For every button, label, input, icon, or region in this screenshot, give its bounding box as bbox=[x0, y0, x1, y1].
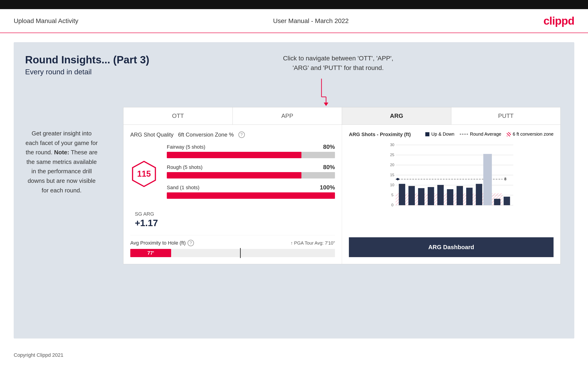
legend-square-icon bbox=[425, 132, 429, 136]
copyright: Copyright Clippd 2021 bbox=[14, 352, 63, 358]
svg-rect-26 bbox=[418, 188, 424, 205]
bar-fill-fairway bbox=[167, 152, 302, 158]
tab-app[interactable]: APP bbox=[233, 107, 342, 125]
bar-row-fairway: Fairway (5 shots) 80% bbox=[167, 143, 335, 158]
svg-text:30: 30 bbox=[390, 143, 394, 147]
svg-marker-3 bbox=[324, 103, 328, 106]
proximity-chart: 0 5 10 15 20 25 30 bbox=[349, 141, 553, 209]
help-icon[interactable]: ? bbox=[238, 132, 245, 138]
hexagon-section: 115 Fairway (5 shots) 80% bbox=[130, 143, 335, 204]
svg-rect-30 bbox=[457, 186, 463, 205]
tab-ott[interactable]: OTT bbox=[123, 107, 233, 125]
logo: clippd bbox=[544, 15, 574, 27]
svg-rect-24 bbox=[408, 186, 415, 205]
tab-putt[interactable]: PUTT bbox=[451, 107, 560, 125]
card-body: ARG Shot Quality 6ft Conversion Zone % ?… bbox=[123, 125, 560, 264]
svg-text:25: 25 bbox=[390, 153, 394, 157]
bar-row-rough: Rough (5 shots) 80% bbox=[167, 164, 335, 178]
upload-label: Upload Manual Activity bbox=[14, 17, 78, 25]
main-card: OTT APP ARG PUTT ARG Shot Quality 6ft Co… bbox=[123, 107, 561, 264]
tab-arg[interactable]: ARG bbox=[342, 107, 451, 125]
bar-track-sand bbox=[167, 192, 335, 199]
legend-6ft-zone: 6 ft conversion zone bbox=[507, 132, 553, 137]
legend-hatched-icon bbox=[507, 132, 511, 136]
svg-text:0: 0 bbox=[391, 203, 393, 207]
top-bar bbox=[0, 0, 588, 9]
svg-rect-32 bbox=[476, 184, 482, 205]
bar-fill-sand bbox=[167, 192, 335, 199]
bar-pct-fairway: 80% bbox=[323, 143, 335, 150]
legend-up-down: Up & Down bbox=[425, 132, 454, 137]
svg-rect-31 bbox=[466, 188, 473, 205]
svg-rect-29 bbox=[447, 189, 453, 205]
proximity-help-icon[interactable]: ? bbox=[188, 240, 194, 246]
hexagon-value: 115 bbox=[137, 169, 151, 179]
main-content: Round Insights... (Part 3) Every round i… bbox=[14, 42, 574, 339]
shot-quality-bars: Fairway (5 shots) 80% Rough (5 shots) 80… bbox=[167, 143, 335, 204]
svg-text:8: 8 bbox=[504, 177, 506, 181]
bar-pct-sand: 100% bbox=[320, 184, 335, 191]
proximity-bar-fill: 77' bbox=[130, 249, 171, 257]
legend-round-avg: Round Average bbox=[460, 132, 501, 137]
svg-text:10: 10 bbox=[390, 183, 394, 187]
proximity-header: Avg Proximity to Hole (ft) ? ↑ PGA Tour … bbox=[130, 240, 335, 246]
chart-area: 0 5 10 15 20 25 30 bbox=[349, 141, 553, 233]
svg-rect-33 bbox=[494, 199, 500, 205]
svg-text:15: 15 bbox=[390, 173, 394, 177]
svg-rect-23 bbox=[399, 184, 405, 205]
chart-legend: Up & Down Round Average 6 ft conversion … bbox=[425, 132, 553, 137]
svg-rect-28 bbox=[437, 185, 444, 205]
hexagon-badge: 115 bbox=[130, 160, 158, 188]
bar-track-rough bbox=[167, 172, 335, 178]
tab-bar: OTT APP ARG PUTT bbox=[123, 107, 560, 125]
chart-title: ARG Shots - Proximity (ft) bbox=[349, 132, 411, 137]
nav-instruction: Click to navigate between 'OTT', 'APP','… bbox=[283, 54, 393, 73]
svg-marker-35 bbox=[396, 178, 400, 180]
sg-label: SG ARG bbox=[135, 211, 335, 217]
proximity-cursor bbox=[240, 248, 241, 258]
sg-section: SG ARG +1.17 bbox=[135, 211, 335, 228]
bar-pct-rough: 80% bbox=[323, 164, 335, 171]
svg-rect-27 bbox=[428, 187, 434, 205]
legend-dashed-icon bbox=[460, 134, 468, 134]
pga-avg-label: ↑ PGA Tour Avg: 7'10" bbox=[290, 241, 335, 246]
bar-track-fairway bbox=[167, 152, 335, 158]
quality-header: ARG Shot Quality 6ft Conversion Zone % ? bbox=[130, 132, 335, 138]
footer: Copyright Clippd 2021 bbox=[0, 348, 588, 363]
right-panel: ARG Shots - Proximity (ft) Up & Down Rou… bbox=[342, 125, 560, 264]
left-panel: ARG Shot Quality 6ft Conversion Zone % ?… bbox=[123, 125, 342, 264]
proximity-bar-track: 77' bbox=[130, 249, 335, 257]
sg-value: +1.17 bbox=[135, 218, 335, 228]
bar-label-fairway: Fairway (5 shots) bbox=[167, 144, 205, 150]
conversion-label: 6ft Conversion Zone % bbox=[178, 132, 234, 138]
doc-title: User Manual - March 2022 bbox=[273, 17, 349, 25]
bar-row-sand: Sand (1 shots) 100% bbox=[167, 184, 335, 199]
header: Upload Manual Activity User Manual - Mar… bbox=[0, 9, 588, 33]
svg-text:20: 20 bbox=[390, 163, 394, 167]
arrow-annotation bbox=[312, 79, 331, 107]
proximity-label: Avg Proximity to Hole (ft) ? bbox=[130, 240, 194, 246]
bar-label-rough: Rough (5 shots) bbox=[167, 164, 203, 170]
left-description: Get greater insight into each facet of y… bbox=[25, 129, 98, 195]
quality-label: ARG Shot Quality bbox=[130, 132, 173, 138]
bar-fill-rough bbox=[167, 172, 302, 178]
svg-text:5: 5 bbox=[391, 193, 393, 197]
proximity-section: Avg Proximity to Hole (ft) ? ↑ PGA Tour … bbox=[130, 235, 335, 257]
bar-label-sand: Sand (1 shots) bbox=[167, 185, 199, 191]
svg-rect-25 bbox=[483, 154, 492, 205]
svg-rect-34 bbox=[504, 197, 510, 205]
arg-dashboard-button[interactable]: ARG Dashboard bbox=[349, 237, 553, 257]
